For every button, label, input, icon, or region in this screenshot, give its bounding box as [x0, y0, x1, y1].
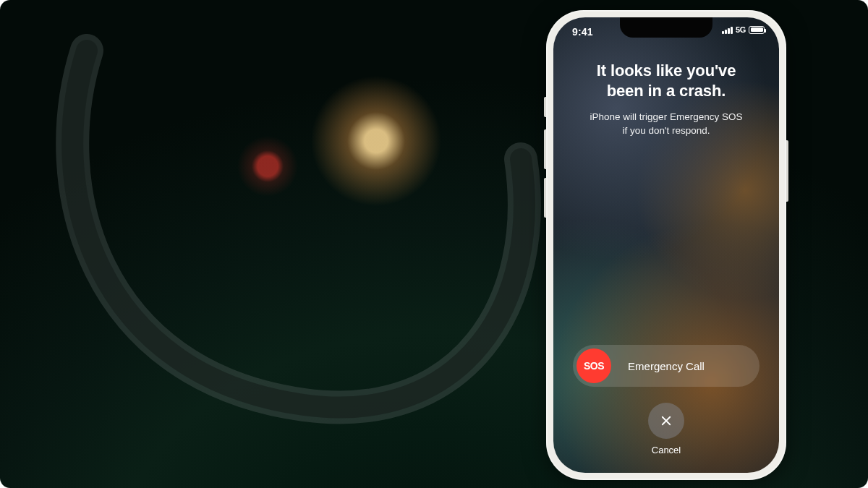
- close-icon: [660, 414, 673, 427]
- volume-up-button: [544, 129, 546, 169]
- crash-subline: iPhone will trigger Emergency SOS if you…: [570, 111, 763, 138]
- phone-screen: 9:41 5G It looks like you've been in a c…: [553, 17, 779, 473]
- volume-down-button: [544, 178, 546, 218]
- cellular-signal-icon: [722, 25, 733, 34]
- status-time: 9:41: [572, 26, 593, 38]
- crash-subline-line2: if you don't respond.: [622, 125, 710, 136]
- crash-headline-line1: It looks like you've: [597, 61, 736, 80]
- battery-icon: [749, 26, 765, 34]
- crash-headline: It looks like you've been in a crash.: [579, 61, 754, 100]
- side-button: [786, 140, 788, 202]
- emergency-call-label: Emergency Call: [573, 360, 760, 372]
- cancel-label: Cancel: [652, 445, 681, 455]
- crash-headline-line2: been in a crash.: [607, 82, 726, 100]
- status-bar: 9:41 5G: [553, 25, 779, 39]
- mute-switch: [544, 97, 546, 117]
- crash-subline-line1: iPhone will trigger Emergency SOS: [590, 111, 743, 122]
- network-type: 5G: [736, 25, 746, 34]
- cancel-button[interactable]: [648, 403, 684, 439]
- background-crash-aerial: 9:41 5G It looks like you've been in a c…: [0, 0, 868, 488]
- emergency-call-slider[interactable]: SOS Emergency Call: [573, 345, 760, 387]
- iphone-device-frame: 9:41 5G It looks like you've been in a c…: [546, 10, 786, 480]
